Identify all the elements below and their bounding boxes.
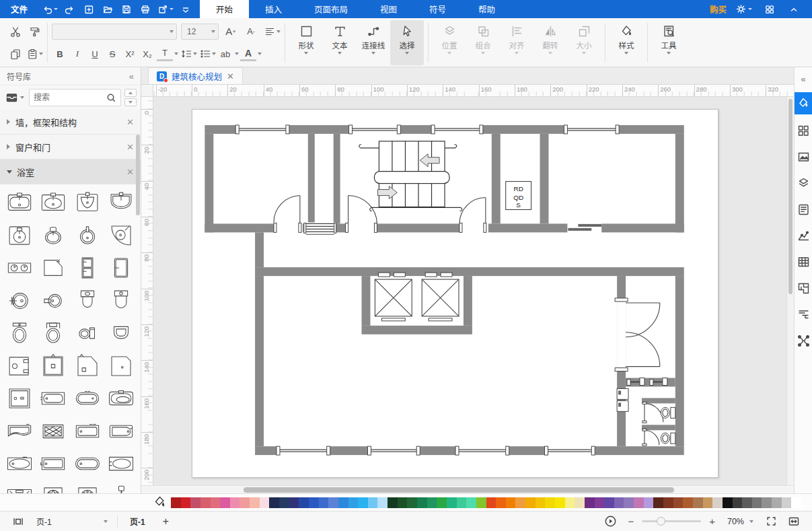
color-swatch[interactable] [250,497,260,508]
menu-tab-insert[interactable]: 插入 [249,0,298,18]
add-page-button[interactable]: + [157,516,174,528]
font-color-caret[interactable] [258,52,262,55]
color-swatch[interactable] [585,497,595,508]
select-tool-button[interactable]: 选择 [390,20,424,65]
floor-plan-drawing[interactable]: RD QD S [192,110,718,477]
symbol-shower-enclosure[interactable] [3,382,36,415]
symbol-sink-triangular[interactable] [71,186,104,219]
color-swatch[interactable] [742,497,752,508]
save-button[interactable] [118,0,135,18]
color-swatch[interactable] [377,497,387,508]
color-swatch[interactable] [733,497,743,508]
panel-fill-style-button[interactable] [795,92,812,114]
underline-button[interactable]: U [87,46,103,62]
symbol-toilet-top-view-2[interactable] [104,285,138,318]
style-tool-button[interactable]: 样式 [610,20,643,65]
color-swatch[interactable] [338,497,348,508]
steps[interactable] [304,222,336,234]
increase-font-button[interactable]: A+ [223,24,239,40]
symbol-shower-square[interactable] [36,350,70,383]
color-swatch[interactable] [239,497,250,508]
bullet-list-button[interactable] [198,45,216,63]
prev-library-button[interactable] [124,89,137,97]
color-swatch[interactable] [279,497,289,508]
close-section-icon[interactable]: ✕ [126,142,134,152]
settings-dropdown-caret[interactable] [748,8,752,10]
color-swatch[interactable] [496,497,506,508]
panel-outline-button[interactable] [795,199,812,219]
symbol-shower-pentagon[interactable] [71,350,104,383]
color-swatch[interactable] [181,497,191,508]
color-swatch[interactable] [476,497,486,508]
color-swatch[interactable] [525,497,536,508]
symbol-drain-round[interactable] [71,481,104,494]
line-spacing-button[interactable] [180,45,197,63]
font-color-button[interactable]: A [240,47,256,61]
color-swatch[interactable] [604,497,614,508]
color-swatch[interactable] [289,497,299,508]
triangle-right-icon[interactable] [7,119,10,125]
color-swatch[interactable] [407,497,417,508]
close-section-icon[interactable]: ✕ [126,117,134,127]
panel-symbol-library-button[interactable] [795,120,812,141]
symbol-faucet-controls[interactable] [3,252,36,285]
print-button[interactable] [137,0,154,18]
color-swatch[interactable] [663,497,673,508]
page-overview-button[interactable] [9,516,27,528]
color-swatch[interactable] [486,497,496,508]
horizontal-ruler[interactable]: -200204060801001201401601802002202402602… [153,85,794,97]
symbol-pedestal-sink-2[interactable] [36,285,70,318]
presentation-button[interactable] [601,515,620,528]
color-swatch[interactable] [693,497,703,508]
symbol-sink-corner[interactable] [104,219,138,252]
symbol-bathtub-whirlpool[interactable] [36,415,70,448]
color-swatch[interactable] [683,497,693,508]
symbol-drain-flower[interactable] [36,481,70,494]
line-spacing-caret[interactable] [193,52,197,55]
color-swatch[interactable] [614,497,624,508]
symbol-sink-circular[interactable] [71,219,104,252]
collapse-window-button[interactable] [785,0,803,18]
next-library-button[interactable] [124,98,137,106]
format-painter-button[interactable] [26,23,43,40]
zoom-slider[interactable] [642,520,701,522]
library-section-1[interactable]: 窗户和门✕ [0,135,141,160]
undo-dropdown-caret[interactable] [54,8,58,10]
fit-page-button[interactable] [785,516,803,527]
drawing-page[interactable]: RD QD S [192,109,718,478]
tools-tool-button[interactable]: 工具 [652,20,686,65]
text-align-button[interactable] [263,23,281,40]
color-swatch[interactable] [387,497,398,508]
zoom-level-caret[interactable] [749,520,753,523]
color-swatch[interactable] [723,497,733,508]
color-swatch[interactable] [358,497,368,508]
text-style-button[interactable]: T [157,47,173,61]
buy-button[interactable]: 购买 [710,3,727,15]
color-swatch[interactable] [171,497,181,508]
new-document-button[interactable] [80,0,98,18]
apps-button[interactable] [761,0,778,18]
panel-chart-button[interactable] [795,225,812,246]
undo-button[interactable] [40,0,60,18]
text-align-caret[interactable] [276,30,281,33]
font-size-select[interactable]: 12 [181,24,219,40]
color-swatch[interactable] [772,497,782,508]
color-swatch[interactable] [200,497,211,508]
color-swatch[interactable] [575,497,585,508]
settings-button[interactable] [733,0,754,18]
panel-floor-plan-button[interactable] [795,278,812,298]
elevator[interactable] [375,273,459,321]
library-section-2[interactable]: 浴室✕ [0,160,141,184]
bullet-list-caret[interactable] [212,52,216,55]
panel-structure-button[interactable] [795,304,812,324]
connector-tool-button[interactable]: 连接线 [357,20,390,65]
text-tool-button[interactable]: 文本 [323,20,357,65]
color-swatch[interactable] [712,497,723,508]
symbol-search-input[interactable] [34,93,106,102]
color-swatch[interactable] [752,497,762,508]
collapse-sidebar-button[interactable]: « [129,71,134,81]
vertical-ruler[interactable]: 020406080100120140160180200 [141,97,153,485]
collapse-ribbon-button[interactable] [177,0,194,18]
color-swatch[interactable] [595,497,605,508]
color-swatch[interactable] [368,497,378,508]
